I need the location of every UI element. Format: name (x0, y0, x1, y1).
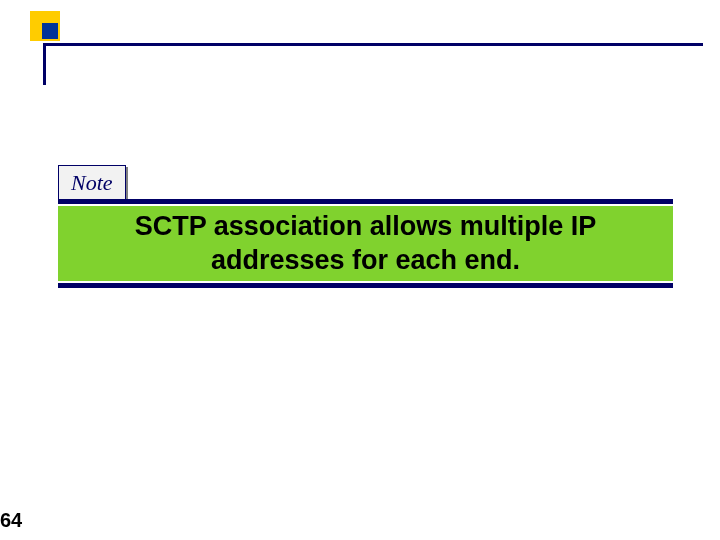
note-label: Note (71, 170, 113, 195)
header-horizontal-line (43, 43, 703, 46)
divider-bar-bottom (58, 283, 673, 288)
slide-logo (30, 11, 90, 71)
highlight-box: SCTP association allows multiple IP addr… (58, 206, 673, 281)
header-vertical-line (43, 43, 46, 85)
divider-bar-top (58, 199, 673, 204)
main-statement: SCTP association allows multiple IP addr… (78, 210, 653, 278)
logo-inner-square (42, 23, 58, 39)
page-number: 64 (0, 509, 22, 532)
note-label-box: Note (58, 165, 126, 201)
